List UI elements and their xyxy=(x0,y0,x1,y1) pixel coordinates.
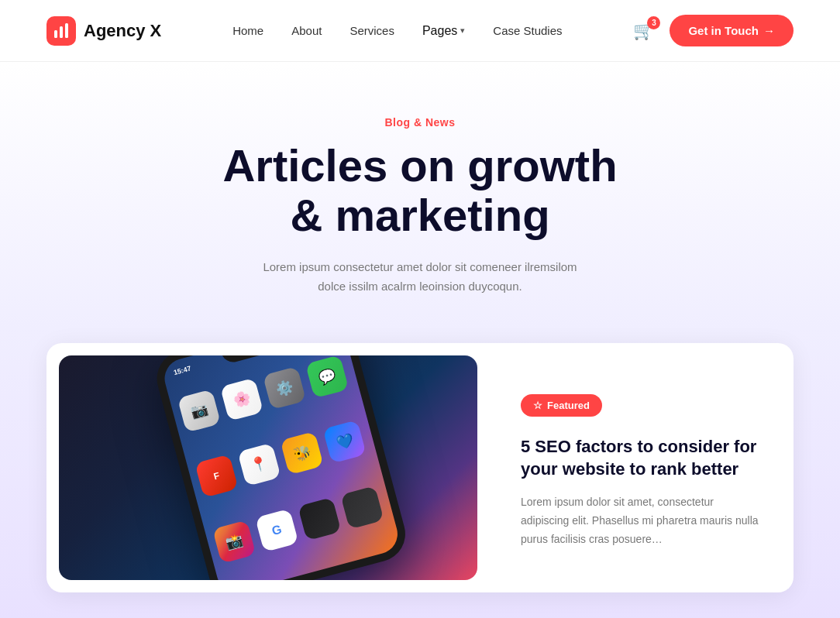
featured-card: 15:47 📷 🌸 ⚙️ 💬 F 📍 🐝 💙 📸 G xyxy=(46,343,794,592)
app-google-maps: 📍 xyxy=(237,443,281,486)
app-messages: 💬 xyxy=(305,355,349,398)
app-google: G xyxy=(255,508,298,551)
star-icon: ☆ xyxy=(533,400,542,411)
app-dark2 xyxy=(340,485,384,528)
app-fantastical: F xyxy=(195,454,238,497)
phone-body: 15:47 📷 🌸 ⚙️ 💬 F 📍 🐝 💙 📸 G xyxy=(150,355,411,580)
card-image: 15:47 📷 🌸 ⚙️ 💬 F 📍 🐝 💙 📸 G xyxy=(59,355,477,580)
logo-icon xyxy=(46,16,76,46)
hero-subtitle: Lorem ipsum consectetur amet dolor sit c… xyxy=(257,257,583,297)
get-in-touch-button[interactable]: Get in Touch → xyxy=(670,15,794,46)
app-instagram: 📸 xyxy=(212,520,256,563)
featured-badge: ☆ Featured xyxy=(521,394,602,417)
hero-label: Blog & News xyxy=(15,116,825,129)
header: Agency X Home About Services Pages ▾ Cas… xyxy=(0,0,840,62)
cart-badge: 3 xyxy=(647,16,660,29)
card-excerpt: Lorem ipsum dolor sit amet, consectetur … xyxy=(521,493,763,548)
phone-notch xyxy=(220,355,284,365)
phone-mockup: 15:47 📷 🌸 ⚙️ 💬 F 📍 🐝 💙 📸 G xyxy=(59,355,477,580)
logo[interactable]: Agency X xyxy=(46,16,161,46)
app-messenger: 💙 xyxy=(323,420,367,463)
svg-rect-1 xyxy=(60,26,63,38)
nav-home[interactable]: Home xyxy=(232,24,263,37)
header-actions: 🛒 3 Get in Touch → xyxy=(633,15,794,46)
app-dark1 xyxy=(298,496,341,540)
phone-screen: 15:47 📷 🌸 ⚙️ 💬 F 📍 🐝 💙 📸 G xyxy=(160,355,402,580)
hero-title: Articles on growth & marketing xyxy=(15,141,825,240)
app-grid: 📷 🌸 ⚙️ 💬 F 📍 🐝 💙 📸 G xyxy=(168,355,402,580)
svg-rect-0 xyxy=(54,30,57,38)
phone-status-time: 15:47 xyxy=(173,364,192,376)
card-content: ☆ Featured 5 SEO factors to consider for… xyxy=(490,343,794,592)
card-title[interactable]: 5 SEO factors to consider for your websi… xyxy=(521,435,763,481)
nav-services[interactable]: Services xyxy=(349,24,394,37)
main-nav: Home About Services Pages ▾ Case Studies xyxy=(232,24,562,38)
app-settings: ⚙️ xyxy=(263,366,306,409)
arrow-icon: → xyxy=(763,24,775,37)
nav-about[interactable]: About xyxy=(291,24,322,37)
app-camera: 📷 xyxy=(177,389,221,432)
nav-case-studies[interactable]: Case Studies xyxy=(493,24,562,37)
cart-button[interactable]: 🛒 3 xyxy=(633,21,654,41)
brand-name: Agency X xyxy=(84,21,161,41)
svg-rect-2 xyxy=(65,23,68,38)
app-swarm: 🐝 xyxy=(281,431,324,475)
chevron-down-icon: ▾ xyxy=(460,26,465,36)
blog-section: 15:47 📷 🌸 ⚙️ 💬 F 📍 🐝 💙 📸 G xyxy=(0,328,840,618)
hero-section: Blog & News Articles on growth & marketi… xyxy=(0,62,840,328)
app-photos: 🌸 xyxy=(220,377,263,421)
nav-pages[interactable]: Pages ▾ xyxy=(422,24,465,38)
